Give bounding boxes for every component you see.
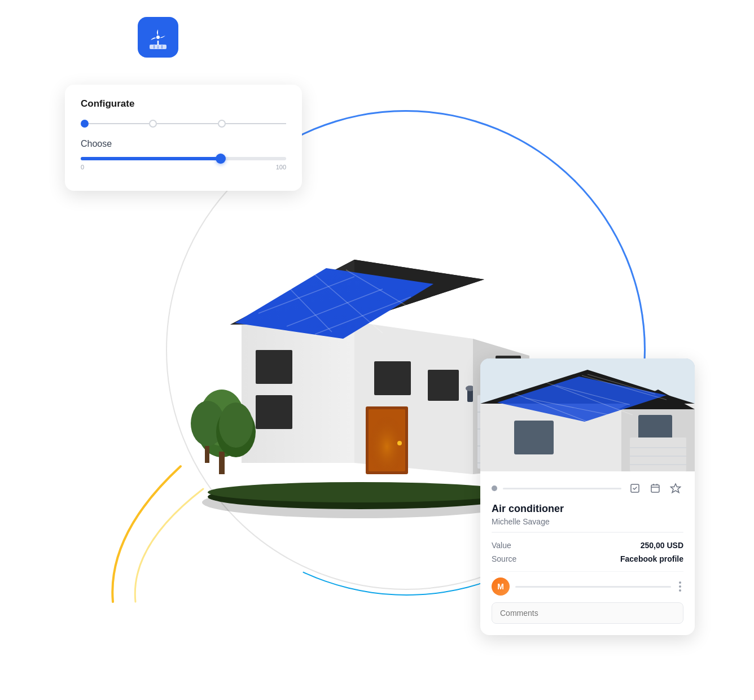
svg-point-24 — [397, 441, 402, 445]
source-label: Source — [492, 554, 516, 563]
ac-card-footer: M — [492, 571, 683, 596]
more-dot-2 — [679, 585, 681, 588]
step-indicators — [81, 120, 286, 128]
ac-subtitle: Michelle Savage — [492, 517, 683, 526]
ac-avatar: M — [492, 578, 510, 596]
choose-label: Choose — [81, 139, 286, 149]
ac-card-icons — [627, 480, 683, 496]
step-line-2 — [157, 123, 217, 124]
step-dot-3[interactable] — [218, 120, 226, 128]
more-options-button[interactable] — [677, 579, 683, 594]
svg-rect-19 — [374, 361, 411, 395]
main-scene: Configurate Choose 0 100 — [0, 0, 754, 700]
svg-rect-38 — [205, 446, 209, 463]
svg-rect-18 — [256, 395, 292, 429]
ac-divider — [492, 532, 683, 533]
step-line-3 — [226, 123, 286, 124]
svg-rect-20 — [428, 370, 459, 401]
step-dot-1[interactable] — [81, 120, 89, 128]
svg-marker-4 — [242, 322, 354, 463]
house-detail-image — [480, 358, 695, 471]
svg-rect-55 — [630, 438, 686, 471]
comments-input[interactable] — [492, 602, 683, 624]
svg-rect-17 — [256, 350, 292, 384]
slider-container[interactable]: 0 100 — [81, 157, 286, 170]
svg-marker-71 — [671, 484, 681, 493]
value-label: Value — [492, 541, 511, 550]
task-icon[interactable] — [627, 480, 643, 496]
more-dot-3 — [679, 589, 681, 592]
ac-value-row: Value 250,00 USD — [492, 541, 683, 550]
slider-labels: 0 100 — [81, 164, 286, 170]
config-title: Configurate — [81, 98, 286, 110]
slider-min: 0 — [81, 164, 84, 170]
ac-card-content: Air conditioner Michelle Savage Value 25… — [480, 471, 695, 635]
svg-rect-67 — [651, 485, 659, 492]
svg-rect-25 — [467, 390, 473, 402]
slider-track — [81, 157, 286, 160]
slider-thumb[interactable] — [216, 154, 226, 164]
ac-status-dot — [492, 485, 497, 491]
star-icon[interactable] — [668, 480, 683, 496]
slider-fill — [81, 157, 221, 160]
ac-title: Air conditioner — [492, 503, 683, 515]
svg-point-40 — [219, 403, 253, 448]
ac-card-image — [480, 358, 695, 471]
svg-rect-37 — [219, 452, 225, 474]
step-dot-2[interactable] — [149, 120, 157, 128]
svg-point-2 — [208, 482, 512, 502]
slider-max: 100 — [276, 164, 286, 170]
source-value: Facebook profile — [620, 554, 683, 563]
ac-card-header — [492, 480, 683, 496]
ac-footer-line — [515, 586, 671, 588]
calendar-icon[interactable] — [647, 480, 663, 496]
ac-progress-line — [503, 488, 621, 489]
svg-rect-23 — [369, 409, 405, 471]
step-line-1 — [89, 123, 149, 124]
svg-rect-54 — [514, 421, 554, 454]
value-amount: 250,00 USD — [641, 541, 683, 550]
wind-solar-icon — [146, 25, 170, 50]
ac-source-row: Source Facebook profile — [492, 554, 683, 563]
svg-point-42 — [156, 36, 160, 39]
more-dot-1 — [679, 581, 681, 584]
